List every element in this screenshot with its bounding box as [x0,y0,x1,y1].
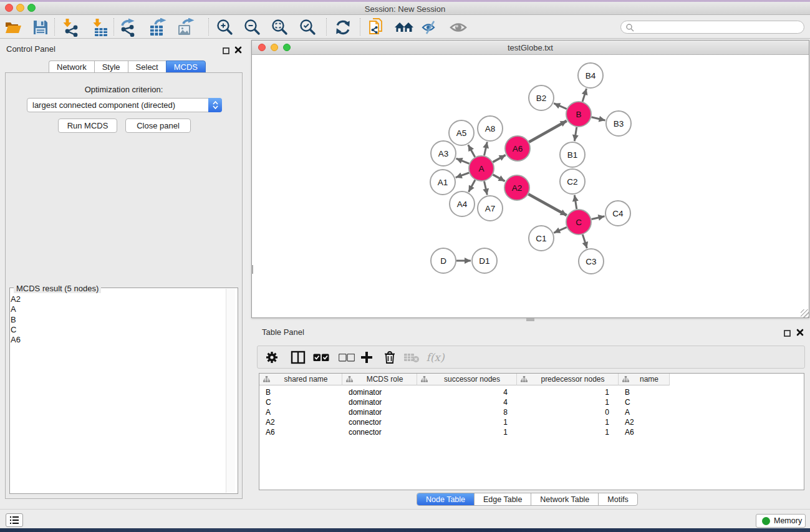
open-file-button[interactable] [2,17,24,38]
column-header-predecessor-nodes[interactable]: predecessor nodes [517,374,619,385]
tab-motifs[interactable]: Motifs [599,493,637,505]
column-header-MCDS-role[interactable]: MCDS role [342,374,417,385]
deselect-all-button[interactable] [336,347,357,368]
save-session-button[interactable] [30,17,51,38]
table-row[interactable]: Cdominator41C [259,397,804,407]
delete-column-button[interactable] [379,347,400,368]
node-A1[interactable]: A1 [430,170,455,195]
edge-A-A7[interactable] [484,181,487,195]
mcds-result-item[interactable]: C [11,325,226,335]
node-C3[interactable]: C3 [579,249,604,274]
node-C2[interactable]: C2 [560,169,585,194]
node-C4[interactable]: C4 [605,201,630,226]
mcds-result-item[interactable]: A2 [11,294,226,304]
edge-B-B4[interactable] [582,89,586,102]
tab-mcds[interactable]: MCDS [166,60,206,73]
zoom-selected-button[interactable] [297,17,318,38]
edge-C-C1[interactable] [554,227,567,233]
zoom-in-button[interactable] [214,17,235,38]
network-canvas[interactable]: A5A8A3A1A4A7AA6A2BB2B4B3B1CC2C4C1C3DD1 [252,55,809,317]
node-C1[interactable]: C1 [529,226,554,251]
node-B2[interactable]: B2 [529,85,554,110]
home-button[interactable] [393,17,415,38]
close-panel-button-2[interactable]: Close panel [125,118,191,133]
node-A8[interactable]: A8 [478,116,503,141]
function-builder-button[interactable]: f(x) [425,347,446,368]
edge-A-A8[interactable] [484,142,487,155]
show-column-button[interactable] [287,347,309,368]
tab-network[interactable]: Network [49,60,94,73]
node-B[interactable]: B [566,102,591,127]
node-A6[interactable]: A6 [505,136,530,161]
tab-node-table[interactable]: Node Table [417,493,475,505]
mcds-result-item[interactable]: A6 [11,335,226,345]
mcds-result-item[interactable]: A [11,304,226,314]
float-panel-button[interactable] [223,46,229,57]
node-A4[interactable]: A4 [450,191,475,216]
tab-style[interactable]: Style [94,60,128,73]
show-details-button[interactable] [448,17,469,38]
export-table-button[interactable] [148,17,170,38]
node-A3[interactable]: A3 [431,141,456,166]
tab-edge-table[interactable]: Edge Table [475,493,531,505]
edge-C-C4[interactable] [591,216,604,220]
edge-B-B3[interactable] [591,117,605,120]
edge-A-A2[interactable] [493,175,504,181]
edge-B-B1[interactable] [574,127,576,142]
edge-A-A5[interactable] [468,145,475,157]
node-B3[interactable]: B3 [606,111,631,136]
node-A[interactable]: A [469,156,494,181]
select-all-button[interactable] [311,347,332,368]
tab-select[interactable]: Select [128,60,166,73]
edge-A-A1[interactable] [456,173,469,178]
mcds-scrollbar[interactable] [226,289,235,493]
resize-grip[interactable] [801,309,809,317]
table-settings-button[interactable] [261,347,282,368]
node-B1[interactable]: B1 [560,142,585,167]
table-row[interactable]: A2connector11A2 [259,417,804,427]
edge-A-A6[interactable] [493,155,505,162]
edge-B-B2[interactable] [554,104,567,109]
import-network-button[interactable] [59,17,80,38]
delete-table-button[interactable] [401,347,422,368]
import-table-button[interactable] [89,17,110,38]
node-A5[interactable]: A5 [449,120,474,145]
node-B4[interactable]: B4 [578,63,603,88]
mcds-result-item[interactable]: B [11,315,226,325]
column-header-name[interactable]: name [619,374,670,385]
column-header-successor-nodes[interactable]: successor nodes [417,374,517,385]
edge-A-A4[interactable] [469,180,475,191]
refresh-button[interactable] [332,17,354,38]
zoom-out-button[interactable] [241,17,263,38]
close-panel-button[interactable] [234,45,242,56]
node-D[interactable]: D [431,248,456,273]
edge-C-C2[interactable] [574,195,576,210]
edge-A6-B[interactable] [529,121,567,142]
hide-graphics-button[interactable] [420,17,441,38]
search-input[interactable] [620,21,804,34]
table-row[interactable]: Adominator80A [259,407,804,417]
zoom-fit-button[interactable] [269,17,290,38]
memory-button[interactable]: Memory [756,514,806,528]
node-A7[interactable]: A7 [478,196,503,221]
network-from-file-button[interactable] [367,17,388,38]
node-table[interactable]: shared nameMCDS rolesuccessor nodesprede… [259,373,804,490]
export-network-button[interactable] [118,17,139,38]
tab-network-table[interactable]: Network Table [531,493,599,505]
run-mcds-button[interactable]: Run MCDS [58,118,117,133]
edge-C-C3[interactable] [582,235,587,248]
table-row[interactable]: A6connector11A6 [259,427,804,437]
task-history-button[interactable] [6,513,23,527]
edge-A2-C[interactable] [528,194,566,215]
table-float-button[interactable] [784,328,791,339]
table-close-button[interactable] [796,327,804,339]
node-D1[interactable]: D1 [472,248,497,273]
edge-A-A3[interactable] [456,158,469,163]
network-window-titlebar[interactable]: testGlobe.txt [252,41,809,55]
column-header-shared-name[interactable]: shared name [259,374,342,385]
create-column-button[interactable] [356,347,377,368]
export-image-button[interactable] [176,17,197,38]
mcds-result-list[interactable]: A2ABCA6 [11,294,226,345]
node-A2[interactable]: A2 [504,175,529,200]
optimization-criterion-select[interactable]: largest connected component (directed) [27,98,222,112]
